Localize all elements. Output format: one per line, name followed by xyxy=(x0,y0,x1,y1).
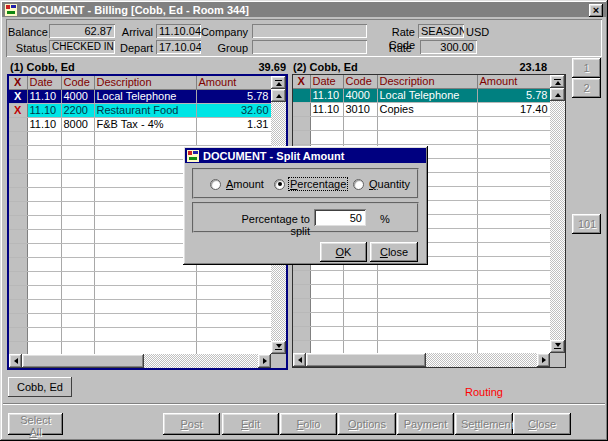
cell-amount[interactable] xyxy=(477,130,550,144)
scroll-to-top-icon[interactable] xyxy=(550,75,565,88)
cell-date[interactable]: 11.10 xyxy=(310,102,343,116)
row-select-mark[interactable] xyxy=(9,173,27,187)
table-row[interactable] xyxy=(293,284,550,298)
row-select-mark[interactable] xyxy=(9,243,27,257)
cell-description[interactable] xyxy=(94,187,196,201)
table-row[interactable]: X11.102200Restaurant Food32.60 xyxy=(9,103,271,117)
cell-amount[interactable] xyxy=(477,312,550,326)
cell-description[interactable] xyxy=(94,327,196,341)
row-select-mark[interactable] xyxy=(293,116,310,130)
horizontal-scrollbar[interactable] xyxy=(9,354,271,368)
cell-amount[interactable] xyxy=(477,326,550,340)
row-select-mark[interactable] xyxy=(9,187,27,201)
cell-date[interactable] xyxy=(27,257,61,271)
cell-description[interactable] xyxy=(377,340,477,354)
edit-button[interactable]: Edit xyxy=(222,413,279,435)
scroll-up-icon[interactable] xyxy=(271,89,286,102)
cell-code[interactable] xyxy=(343,116,377,130)
cell-date[interactable] xyxy=(310,326,343,340)
row-select-mark[interactable] xyxy=(9,341,27,355)
cell-description[interactable] xyxy=(377,312,477,326)
row-select-mark[interactable] xyxy=(9,327,27,341)
cell-date[interactable] xyxy=(27,313,61,327)
radio-button-icon[interactable] xyxy=(210,179,221,190)
cell-code[interactable] xyxy=(343,326,377,340)
cell-amount[interactable] xyxy=(196,131,271,145)
radio-button-icon[interactable] xyxy=(353,179,364,190)
options-button[interactable]: Options xyxy=(338,413,396,435)
scroll-left-icon[interactable] xyxy=(9,354,22,368)
row-select-mark[interactable] xyxy=(293,88,310,102)
cell-description[interactable]: Copies xyxy=(377,102,477,116)
cell-amount[interactable] xyxy=(196,327,271,341)
settlement-button[interactable]: Settlement xyxy=(455,413,513,435)
row-select-mark[interactable] xyxy=(9,117,27,131)
cell-date[interactable] xyxy=(310,116,343,130)
row-select-mark[interactable] xyxy=(9,215,27,229)
routing-indicator[interactable]: Routing xyxy=(465,386,503,398)
cell-date[interactable] xyxy=(27,131,61,145)
scroll-to-bottom-icon[interactable] xyxy=(271,341,286,354)
cell-amount[interactable] xyxy=(477,144,550,158)
cell-code[interactable] xyxy=(61,313,94,327)
cell-code[interactable] xyxy=(61,201,94,215)
table-row[interactable] xyxy=(9,271,271,285)
row-select-mark[interactable] xyxy=(9,271,27,285)
cell-description[interactable] xyxy=(377,116,477,130)
cell-description[interactable]: Restaurant Food xyxy=(94,103,196,117)
arrival-field[interactable]: 11.10.04 xyxy=(156,24,201,38)
row-select-mark[interactable]: X xyxy=(9,89,27,103)
cell-amount[interactable] xyxy=(477,158,550,172)
cell-description[interactable] xyxy=(94,341,196,355)
radio-quantity[interactable]: Quantity xyxy=(353,178,411,190)
row-select-mark[interactable] xyxy=(293,340,310,354)
cell-description[interactable]: Local Telephone xyxy=(94,89,196,103)
cell-date[interactable] xyxy=(310,270,343,284)
scrollbar-thumb[interactable] xyxy=(306,353,426,367)
folio-button[interactable]: Folio xyxy=(280,413,337,435)
cell-date[interactable]: 11.10 xyxy=(27,89,61,103)
cell-amount[interactable] xyxy=(196,341,271,355)
cell-date[interactable] xyxy=(27,271,61,285)
cell-amount[interactable] xyxy=(196,285,271,299)
table-row[interactable] xyxy=(293,312,550,326)
row-select-mark[interactable]: X xyxy=(9,103,27,117)
dialog-close-button[interactable]: Close xyxy=(370,242,418,262)
table-row[interactable] xyxy=(293,340,550,354)
cell-description[interactable]: F&B Tax - 4% xyxy=(94,117,196,131)
cell-date[interactable] xyxy=(27,299,61,313)
cell-date[interactable] xyxy=(27,159,61,173)
cell-amount[interactable] xyxy=(477,228,550,242)
window-101-button[interactable]: 101 xyxy=(572,214,601,234)
rate-code-field[interactable]: SEASON3 xyxy=(418,24,464,38)
cell-description[interactable] xyxy=(94,131,196,145)
scroll-to-bottom-icon[interactable] xyxy=(550,340,565,353)
table-row[interactable] xyxy=(9,327,271,341)
cell-description[interactable] xyxy=(94,173,196,187)
cell-date[interactable] xyxy=(310,340,343,354)
row-select-mark[interactable] xyxy=(9,131,27,145)
cell-description[interactable] xyxy=(94,145,196,159)
cell-amount[interactable]: 17.40 xyxy=(477,102,550,116)
cell-code[interactable] xyxy=(61,159,94,173)
post-button[interactable]: Post xyxy=(163,413,220,435)
cell-code[interactable] xyxy=(343,298,377,312)
cell-code[interactable] xyxy=(343,312,377,326)
row-select-mark[interactable] xyxy=(9,285,27,299)
scrollbar-thumb[interactable] xyxy=(22,354,144,368)
table-row[interactable]: X11.104000Local Telephone5.78 xyxy=(9,89,271,103)
cell-amount[interactable]: 1.31 xyxy=(196,117,271,131)
tab-cobb-ed[interactable]: Cobb, Ed xyxy=(8,377,72,397)
cell-code[interactable] xyxy=(343,284,377,298)
cell-description[interactable] xyxy=(377,298,477,312)
cell-date[interactable] xyxy=(27,327,61,341)
row-select-mark[interactable] xyxy=(9,299,27,313)
table-row[interactable] xyxy=(9,131,271,145)
cell-date[interactable] xyxy=(27,187,61,201)
row-select-mark[interactable] xyxy=(293,326,310,340)
cell-code[interactable] xyxy=(61,285,94,299)
cell-description[interactable] xyxy=(94,159,196,173)
cell-date[interactable] xyxy=(310,312,343,326)
row-select-mark[interactable] xyxy=(293,284,310,298)
cell-amount[interactable] xyxy=(477,298,550,312)
